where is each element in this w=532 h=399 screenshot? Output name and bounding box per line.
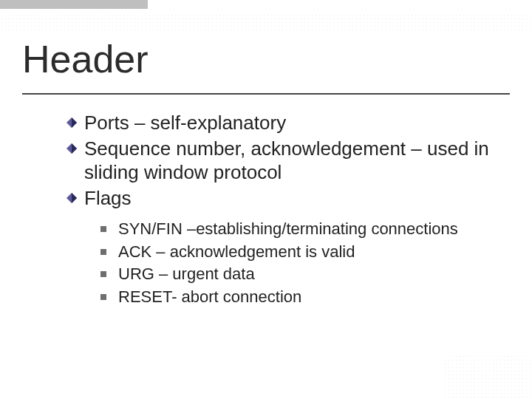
diamond-bullet-icon	[66, 143, 77, 154]
dotted-texture-corner	[443, 355, 532, 399]
svg-marker-1	[72, 117, 77, 128]
sub-bullet-item: RESET- abort connection	[100, 287, 502, 308]
slide: Header Ports – self-explanatory Sequence…	[0, 0, 532, 399]
svg-marker-5	[72, 193, 77, 203]
dotted-texture-top	[0, 13, 532, 31]
svg-marker-3	[72, 143, 77, 154]
sub-bullet-list: SYN/FIN –establishing/terminating connec…	[100, 219, 502, 307]
bullet-text: Ports – self-explanatory	[84, 111, 286, 135]
bullet-text: Sequence number, acknowledgement – used …	[84, 137, 502, 185]
sub-bullet-text: SYN/FIN –establishing/terminating connec…	[118, 219, 458, 240]
sub-bullet-item: SYN/FIN –establishing/terminating connec…	[100, 219, 502, 240]
square-bullet-icon	[100, 249, 106, 255]
sub-bullet-item: URG – urgent data	[100, 264, 502, 285]
sub-bullet-item: ACK – acknowledgement is valid	[100, 242, 502, 263]
page-title: Header	[22, 37, 149, 81]
sub-bullet-text: RESET- abort connection	[118, 287, 301, 308]
top-bar-decoration	[0, 0, 148, 9]
content-area: Ports – self-explanatory Sequence number…	[66, 111, 502, 309]
square-bullet-icon	[100, 294, 106, 300]
bullet-item: Flags	[66, 186, 502, 211]
bullet-item: Ports – self-explanatory	[66, 111, 502, 135]
title-divider	[22, 93, 510, 95]
bullet-text: Flags	[84, 186, 132, 211]
square-bullet-icon	[100, 271, 106, 277]
bullet-item: Sequence number, acknowledgement – used …	[66, 137, 502, 185]
sub-bullet-text: URG – urgent data	[118, 264, 255, 285]
sub-bullet-text: ACK – acknowledgement is valid	[118, 242, 355, 263]
square-bullet-icon	[100, 226, 106, 232]
diamond-bullet-icon	[66, 117, 77, 128]
diamond-bullet-icon	[66, 193, 77, 203]
